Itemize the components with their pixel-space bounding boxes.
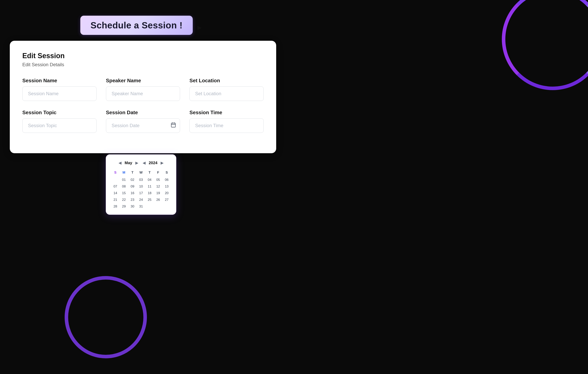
session-time-label: Session Time: [189, 109, 264, 116]
calendar-week-row: 14151617181920: [111, 190, 171, 196]
calendar-day[interactable]: 14: [111, 190, 120, 196]
calendar-day[interactable]: 27: [162, 196, 171, 203]
calendar-day[interactable]: 21: [111, 196, 120, 203]
schedule-badge[interactable]: Schedule a Session !: [80, 16, 193, 35]
form-subtitle: Edit Session Details: [22, 62, 264, 67]
field-row-2: Session Topic Session Date: [22, 109, 264, 133]
set-location-label: Set Location: [189, 78, 264, 84]
session-topic-label: Session Topic: [22, 109, 96, 116]
calendar-day: [145, 203, 154, 210]
calendar-day[interactable]: 24: [137, 196, 145, 203]
calendar-day[interactable]: 19: [154, 190, 163, 196]
field-group-session-topic: Session Topic: [22, 109, 96, 133]
year-prev-button[interactable]: ◀: [141, 160, 147, 166]
calendar-day[interactable]: 15: [120, 190, 128, 196]
day-header-tue: T: [128, 170, 137, 177]
calendar-day[interactable]: 07: [111, 183, 120, 190]
calendar-day[interactable]: 26: [154, 196, 163, 203]
calendar-week-row: 010203040506: [111, 177, 171, 183]
day-header-mon: M: [120, 170, 128, 177]
session-name-label: Session Name: [22, 78, 96, 84]
session-topic-input[interactable]: [22, 118, 96, 133]
day-header-thu: T: [145, 170, 154, 177]
calendar-day[interactable]: 18: [145, 190, 154, 196]
calendar-day[interactable]: 29: [120, 203, 128, 210]
session-date-input[interactable]: [106, 118, 180, 133]
calendar-day[interactable]: 25: [145, 196, 154, 203]
calendar-week-row: 28293031: [111, 203, 171, 210]
deco-circle-right: [502, 0, 588, 90]
calendar-day[interactable]: 31: [137, 203, 145, 210]
month-next-button[interactable]: ▶: [134, 160, 139, 166]
svg-rect-0: [171, 123, 176, 127]
speaker-name-input[interactable]: [106, 86, 180, 101]
calendar-day[interactable]: 06: [162, 177, 171, 183]
month-prev-button[interactable]: ◀: [117, 160, 123, 166]
content-wrapper: Schedule a Session ! ► Edit Session Edit…: [10, 16, 276, 153]
deco-circle-left: [65, 276, 147, 358]
field-group-speaker-name: Speaker Name: [106, 78, 180, 101]
calendar-day: [162, 203, 171, 210]
calendar-day[interactable]: 23: [128, 196, 137, 203]
calendar-day[interactable]: 10: [137, 183, 145, 190]
calendar-day[interactable]: 28: [111, 203, 120, 210]
day-header-fri: F: [154, 170, 163, 177]
schedule-badge-text: Schedule a Session !: [91, 20, 183, 30]
year-next-button[interactable]: ▶: [159, 160, 165, 166]
field-group-session-name: Session Name: [22, 78, 96, 101]
calendar-year: 2024: [149, 161, 158, 165]
speaker-name-label: Speaker Name: [106, 78, 180, 84]
day-header-wed: W: [137, 170, 145, 177]
form-title: Edit Session: [22, 52, 264, 60]
calendar-day-headers: S M T W T F S: [111, 170, 171, 177]
calendar-week-row: 07080910111213: [111, 183, 171, 190]
session-time-input[interactable]: [189, 118, 264, 133]
calendar-day[interactable]: 30: [128, 203, 137, 210]
set-location-input[interactable]: [189, 86, 264, 101]
field-row-1: Session Name Speaker Name Set Location: [22, 78, 264, 101]
calendar-day[interactable]: 22: [120, 196, 128, 203]
field-group-session-time: Session Time: [189, 109, 264, 133]
cursor-icon: ►: [196, 23, 203, 32]
calendar-day[interactable]: 20: [162, 190, 171, 196]
calendar-day[interactable]: 08: [120, 183, 128, 190]
calendar-header: ◀ May ▶ ◀ 2024 ▶: [111, 160, 171, 166]
session-name-input[interactable]: [22, 86, 96, 101]
calendar-month: May: [125, 161, 132, 165]
calendar-day[interactable]: 09: [128, 183, 137, 190]
calendar-dropdown: ◀ May ▶ ◀ 2024 ▶ S M T W T F S: [106, 154, 176, 215]
calendar-icon-button[interactable]: [171, 122, 176, 129]
calendar-day[interactable]: 01: [120, 177, 128, 183]
calendar-day[interactable]: 05: [154, 177, 163, 183]
calendar-day[interactable]: 02: [128, 177, 137, 183]
calendar-day[interactable]: 12: [154, 183, 163, 190]
date-input-wrapper: [106, 118, 180, 133]
day-header-sun: S: [111, 170, 120, 177]
day-header-sat: S: [162, 170, 171, 177]
field-group-session-date: Session Date: [106, 109, 180, 133]
calendar-day: [111, 177, 120, 183]
calendar-grid: S M T W T F S 01020304050607080910111213…: [111, 170, 171, 210]
calendar-day[interactable]: 13: [162, 183, 171, 190]
session-date-label: Session Date: [106, 109, 180, 116]
field-group-set-location: Set Location: [189, 78, 264, 101]
calendar-day[interactable]: 03: [137, 177, 145, 183]
calendar-day[interactable]: 17: [137, 190, 145, 196]
form-card: Edit Session Edit Session Details Sessio…: [10, 41, 276, 153]
calendar-day: [154, 203, 163, 210]
calendar-day[interactable]: 11: [145, 183, 154, 190]
calendar-day[interactable]: 04: [145, 177, 154, 183]
calendar-day[interactable]: 16: [128, 190, 137, 196]
calendar-week-row: 21222324252627: [111, 196, 171, 203]
